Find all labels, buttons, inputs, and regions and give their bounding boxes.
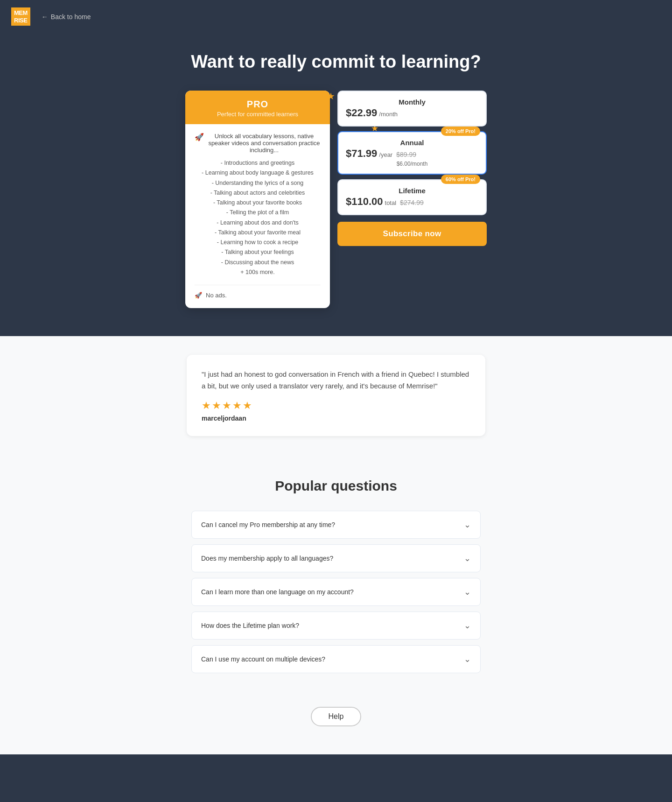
- monthly-plan-name: Monthly: [346, 98, 478, 106]
- list-item: - Talking about your favorite books: [195, 198, 321, 208]
- help-button[interactable]: Help: [311, 707, 362, 726]
- monthly-price: $22.99: [346, 107, 377, 119]
- pro-card-body: 🚀 Unlock all vocabulary lessons, native …: [185, 124, 330, 308]
- lifetime-badge: 60% off Pro!: [441, 175, 480, 184]
- chevron-down-icon-2: ⌄: [464, 553, 471, 563]
- logo[interactable]: MEM RISE: [11, 7, 30, 26]
- faq-title: Popular questions: [9, 478, 663, 494]
- list-item: + 100s more.: [195, 267, 321, 277]
- faq-item-3[interactable]: Can I learn more than one language on my…: [191, 578, 481, 606]
- back-arrow-icon: ←: [42, 13, 48, 21]
- testimonial-author: marceljordaan: [202, 415, 470, 422]
- rocket-icon: 🚀: [195, 133, 204, 141]
- list-item: - Discussing about the news: [195, 258, 321, 267]
- list-item: - Talking about actors and celebrities: [195, 188, 321, 198]
- list-item: - Talking about your feelings: [195, 247, 321, 257]
- annual-badge: 20% off Pro!: [441, 127, 480, 136]
- pro-label: PRO: [193, 99, 322, 110]
- list-item: - Learning about body language & gesture…: [195, 168, 321, 178]
- help-section: Help: [0, 693, 672, 754]
- logo-box: MEM RISE: [11, 7, 30, 26]
- faq-list: Can I cancel my Pro membership at any ti…: [191, 511, 481, 673]
- list-item: - Introductions and greetings: [195, 158, 321, 168]
- pro-card-header: PRO Perfect for committed learners: [185, 91, 330, 124]
- pro-subtitle: Perfect for committed learners: [193, 111, 322, 118]
- lifetime-plan-name: Lifetime: [346, 187, 478, 195]
- hero-section: Want to really commit to learning? ★ ★ ★…: [0, 33, 672, 336]
- faq-section: Popular questions Can I cancel my Pro me…: [0, 455, 672, 693]
- lifetime-original: $274.99: [400, 199, 424, 206]
- lifetime-price-row: $110.00 total $274.99: [346, 196, 478, 208]
- testimonial-card: "I just had an honest to god conversatio…: [187, 355, 485, 436]
- rocket-icon-2: 🚀: [195, 292, 202, 299]
- annual-price: $71.99: [346, 148, 377, 160]
- stars-rating: ★★★★★: [202, 400, 470, 412]
- testimonial-section: "I just had an honest to god conversatio…: [0, 336, 672, 455]
- annual-plan-name: Annual: [346, 139, 478, 147]
- plans-section: Monthly $22.99 /month 20% off Pro! Annua…: [337, 91, 487, 246]
- faq-item-2[interactable]: Does my membership apply to all language…: [191, 544, 481, 572]
- feature-list: - Introductions and greetings - Learning…: [195, 158, 321, 277]
- testimonial-text: "I just had an honest to god conversatio…: [202, 369, 470, 392]
- lifetime-plan[interactable]: 60% off Pro! Lifetime $110.00 total $274…: [337, 179, 487, 215]
- list-item: - Talking about your favorite meal: [195, 228, 321, 238]
- monthly-plan[interactable]: Monthly $22.99 /month: [337, 91, 487, 127]
- header: MEM RISE ← Back to home: [0, 0, 672, 33]
- chevron-down-icon-4: ⌄: [464, 620, 471, 631]
- back-to-home-link[interactable]: ← Back to home: [42, 13, 91, 21]
- list-item: - Telling the plot of a film: [195, 208, 321, 218]
- pro-feature-header: 🚀 Unlock all vocabulary lessons, native …: [195, 133, 321, 154]
- annual-price-row: $71.99 /year $89.99: [346, 148, 478, 160]
- pro-card: PRO Perfect for committed learners 🚀 Unl…: [185, 91, 330, 308]
- annual-period: /year: [379, 151, 392, 158]
- list-item: - Learning about dos and don'ts: [195, 218, 321, 228]
- monthly-period: /month: [379, 111, 398, 118]
- subscribe-button[interactable]: Subscribe now: [337, 222, 487, 246]
- faq-item-4[interactable]: How does the Lifetime plan work? ⌄: [191, 612, 481, 640]
- chevron-down-icon-5: ⌄: [464, 654, 471, 664]
- list-item: - Understanding the lyrics of a song: [195, 178, 321, 188]
- faq-question-3: Can I learn more than one language on my…: [201, 588, 354, 596]
- lifetime-price: $110.00: [346, 196, 383, 208]
- annual-plan[interactable]: 20% off Pro! Annual $71.99 /year $89.99 …: [337, 131, 487, 175]
- chevron-down-icon-1: ⌄: [464, 520, 471, 530]
- list-item: - Learning how to cook a recipe: [195, 238, 321, 247]
- hero-title: Want to really commit to learning?: [9, 52, 663, 72]
- faq-question-4: How does the Lifetime plan work?: [201, 622, 299, 629]
- feature-intro: Unlock all vocabulary lessons, native sp…: [208, 133, 321, 154]
- lifetime-period: total: [385, 199, 397, 206]
- faq-question-1: Can I cancel my Pro membership at any ti…: [201, 521, 335, 528]
- monthly-price-row: $22.99 /month: [346, 107, 478, 119]
- faq-item-5[interactable]: Can I use my account on multiple devices…: [191, 645, 481, 673]
- annual-monthly: $6.00/month: [346, 161, 478, 167]
- pricing-container: ★ ★ ★ ★ PRO Perfect for committed learne…: [9, 91, 663, 308]
- annual-original: $89.99: [396, 151, 416, 158]
- faq-question-2: Does my membership apply to all language…: [201, 555, 333, 562]
- chevron-down-icon-3: ⌄: [464, 587, 471, 597]
- no-ads: 🚀 No ads.: [195, 285, 321, 299]
- faq-question-5: Can I use my account on multiple devices…: [201, 655, 325, 663]
- faq-item-1[interactable]: Can I cancel my Pro membership at any ti…: [191, 511, 481, 539]
